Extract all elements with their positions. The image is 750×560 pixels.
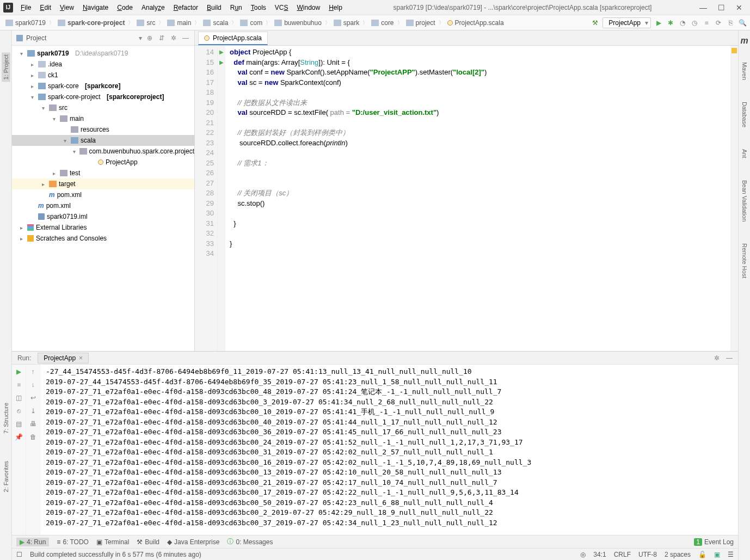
goto-icon[interactable]: ◎ — [580, 551, 586, 558]
project-tree[interactable]: ▾spark0719 D:\idea\spark0719 ▸.idea ▸ck1… — [12, 46, 194, 351]
menu-code[interactable]: Code — [114, 3, 136, 13]
layout-icon[interactable]: ▤ — [16, 420, 22, 428]
settings-icon[interactable]: ✲ — [169, 34, 178, 42]
tool-messages[interactable]: ⓘ0: Messages — [227, 537, 273, 546]
code-editor[interactable]: 1415161718192021222324252627282930313233… — [195, 46, 738, 351]
crumb-0[interactable]: spark0719 — [3, 18, 48, 28]
crumb-4[interactable]: scala — [201, 18, 230, 28]
editor-area: ProjectApp.scala 14151617181920212223242… — [195, 30, 738, 351]
run-toolbar-left: ▶ ■ ◫ ⎋ ▤ 📌 — [12, 365, 26, 535]
tool-structure[interactable]: 7: Structure — [3, 403, 9, 434]
maximize-button[interactable]: ☐ — [718, 3, 725, 12]
minimize-button[interactable]: — — [699, 3, 707, 12]
event-log[interactable]: 1Event Log — [694, 538, 734, 546]
search-icon[interactable]: 🔍 — [738, 19, 747, 27]
trash-icon[interactable]: 🗑 — [30, 433, 36, 441]
gear-icon[interactable]: ✲ — [714, 354, 720, 362]
tool-todo[interactable]: ≡6: TODO — [57, 538, 89, 546]
tool-maven[interactable]: Maven — [741, 62, 748, 80]
run-label: Run: — [17, 354, 31, 362]
locate-icon[interactable]: ⊕ — [145, 34, 154, 42]
console-output[interactable]: -27_44_15474553-d45f-4d3f-8706-6494eb8b6… — [40, 365, 738, 535]
tool-favorites[interactable]: 2: Favorites — [3, 461, 9, 492]
close-icon[interactable]: × — [79, 354, 83, 362]
wrap-icon[interactable]: ↩ — [30, 394, 36, 402]
tool-terminal[interactable]: ▣Terminal — [96, 538, 129, 546]
caret-position[interactable]: 34:1 — [593, 551, 606, 558]
print-icon[interactable]: 🖶 — [30, 420, 36, 428]
memory-icon[interactable]: ☰ — [728, 551, 734, 558]
crumb-3[interactable]: main — [165, 18, 193, 28]
inspector-icon[interactable]: ▣ — [714, 551, 720, 558]
run-tab[interactable]: ProjectApp× — [38, 353, 89, 364]
crumb-2[interactable]: src — [134, 18, 157, 28]
profile-button[interactable]: ◷ — [690, 19, 699, 27]
crumb-5[interactable]: com — [238, 18, 265, 28]
scala-icon — [204, 35, 210, 41]
tool-run[interactable]: ▶4: Run — [16, 538, 49, 546]
crumb-7[interactable]: spark — [331, 18, 361, 28]
tool-remote[interactable]: Remote Host — [741, 243, 748, 278]
close-button[interactable]: ✕ — [736, 3, 742, 12]
rerun-button[interactable]: ▶ — [16, 368, 21, 376]
main-menu: File Edit View Navigate Code Analyze Ref… — [17, 3, 346, 13]
menu-build[interactable]: Build — [204, 3, 225, 13]
warning-marker[interactable] — [731, 48, 737, 53]
indent[interactable]: 2 spaces — [665, 551, 691, 558]
collapse-icon[interactable]: ⇵ — [157, 34, 166, 42]
tool-ant[interactable]: Ant — [741, 149, 748, 158]
menu-help[interactable]: Help — [325, 3, 346, 13]
up-arrow-icon[interactable]: ↑ — [32, 368, 35, 376]
tool-bean[interactable]: Bean Validation — [741, 180, 748, 221]
encoding[interactable]: UTF-8 — [638, 551, 657, 558]
tool-project[interactable]: 1: Project — [2, 52, 10, 82]
menu-navigate[interactable]: Navigate — [79, 3, 112, 13]
crumb-1[interactable]: spark-core-project — [56, 18, 127, 28]
hide-icon[interactable]: — — [181, 34, 190, 42]
status-message: Build completed successfully in 6 s 577 … — [30, 551, 201, 558]
pin-icon[interactable]: 📌 — [15, 433, 23, 441]
dropdown-icon[interactable]: ▾ — [139, 34, 142, 42]
menu-analyze[interactable]: Analyze — [138, 3, 168, 13]
git-button[interactable]: ⎘ — [726, 19, 735, 27]
folder-icon — [16, 35, 23, 41]
crumb-8[interactable]: core — [369, 18, 396, 28]
menu-view[interactable]: View — [57, 3, 77, 13]
crumb-10[interactable]: ProjectApp.scala — [445, 18, 506, 28]
tool-java[interactable]: ◆Java Enterprise — [167, 538, 219, 546]
bottom-tool-stripe: ▶4: Run ≡6: TODO ▣Terminal ⚒Build ◆Java … — [12, 535, 738, 548]
tree-node-scala: ▾scala — [12, 135, 194, 146]
menu-file[interactable]: File — [17, 3, 34, 13]
menu-edit[interactable]: Edit — [36, 3, 54, 13]
tool-database[interactable]: Database — [741, 102, 748, 127]
tool-window-toggle[interactable]: ☐ — [16, 551, 22, 558]
app-logo: IJ — [3, 3, 13, 13]
menu-run[interactable]: Run — [227, 3, 245, 13]
editor-tab-projectapp[interactable]: ProjectApp.scala — [198, 32, 268, 45]
update-button[interactable]: ⟳ — [714, 19, 723, 27]
menu-refactor[interactable]: Refactor — [170, 3, 201, 13]
camera-icon[interactable]: ◫ — [16, 394, 22, 402]
maven-m[interactable]: m — [740, 36, 748, 46]
stop-button[interactable]: ■ — [702, 19, 711, 27]
stop-button-2[interactable]: ■ — [17, 381, 21, 389]
status-bar: ☐ Build completed successfully in 6 s 57… — [12, 548, 738, 560]
crumb-9[interactable]: project — [404, 18, 438, 28]
menu-window[interactable]: Window — [293, 3, 323, 13]
scroll-icon[interactable]: ⤓ — [30, 407, 36, 415]
line-separator[interactable]: CRLF — [614, 551, 631, 558]
crumb-6[interactable]: buwenbuhuo — [272, 18, 324, 28]
run-button[interactable]: ▶ — [654, 19, 663, 27]
debug-button[interactable]: ✱ — [666, 19, 675, 27]
minimize-icon[interactable]: — — [726, 354, 733, 362]
menu-vcs[interactable]: VCS — [272, 3, 292, 13]
tool-build[interactable]: ⚒Build — [137, 538, 159, 546]
down-arrow-icon[interactable]: ↓ — [32, 381, 35, 389]
pane-title: Project — [26, 34, 136, 42]
exit-icon[interactable]: ⎋ — [17, 407, 21, 415]
coverage-button[interactable]: ◔ — [678, 19, 687, 27]
hammer-icon[interactable]: ⚒ — [591, 19, 599, 27]
menu-tools[interactable]: Tools — [248, 3, 269, 13]
readonly-icon[interactable]: 🔓 — [698, 551, 706, 558]
run-config-selector[interactable]: ProjectApp — [603, 17, 651, 28]
